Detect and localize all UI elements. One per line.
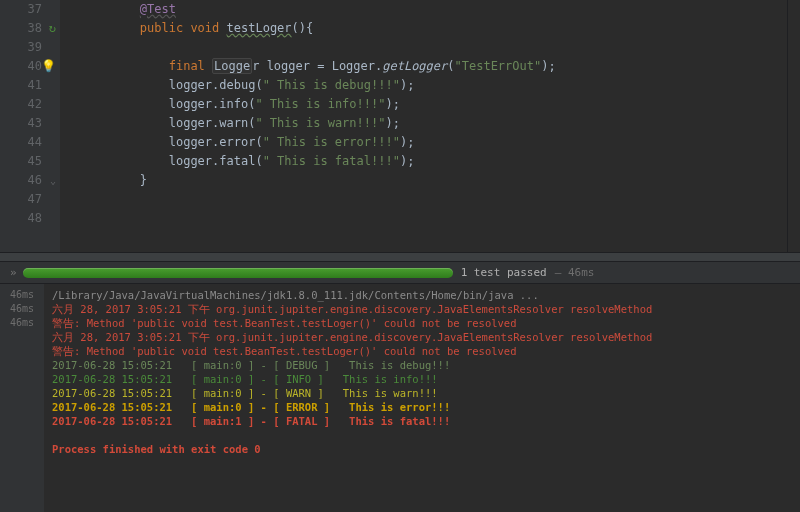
console-line: 六月 28, 2017 3:05:21 下午 org.junit.jupiter… — [52, 302, 792, 316]
line-number: 44 — [0, 133, 42, 152]
editor-scrollbar[interactable] — [787, 0, 800, 252]
expand-icon[interactable]: » — [10, 266, 15, 279]
console-line: 2017-06-28 15:05:21 [ main:1 ] - [ FATAL… — [52, 414, 792, 428]
test-duration: 46ms — [0, 288, 44, 302]
line-number: 43 — [0, 114, 42, 133]
code-area[interactable]: @Test public void testLoger(){ final Log… — [60, 0, 787, 252]
line-number: 39 — [0, 38, 42, 57]
test-progress-bar — [23, 268, 453, 278]
line-number: 41 — [0, 76, 42, 95]
line-number-gutter: 37 38↻ 39 40💡 41 42 43 44 45 46⌄ 47 48 — [0, 0, 60, 252]
console-line: 警告: Method 'public void test.BeanTest.te… — [52, 344, 792, 358]
line-number: 42 — [0, 95, 42, 114]
test-elapsed-label: – 46ms — [555, 266, 595, 279]
line-number: 40💡 — [0, 57, 42, 76]
test-duration: 46ms — [0, 316, 44, 330]
console-line: /Library/Java/JavaVirtualMachines/jdk1.8… — [52, 288, 792, 302]
line-number: 48 — [0, 209, 42, 228]
line-number: 38↻ — [0, 19, 42, 38]
intention-bulb-icon[interactable]: 💡 — [41, 57, 56, 76]
test-passed-label: 1 test passed — [461, 266, 547, 279]
line-number: 37 — [0, 0, 42, 19]
line-number: 46⌄ — [0, 171, 42, 190]
run-tool-window: » 1 test passed – 46ms 46ms 46ms 46ms /L… — [0, 262, 800, 512]
line-number: 47 — [0, 190, 42, 209]
annotation: @Test — [140, 2, 176, 16]
run-test-icon[interactable]: ↻ — [49, 19, 56, 38]
tool-window-divider[interactable] — [0, 252, 800, 262]
console-line: 警告: Method 'public void test.BeanTest.te… — [52, 316, 792, 330]
console-line: 2017-06-28 15:05:21 [ main:0 ] - [ DEBUG… — [52, 358, 792, 372]
code-editor[interactable]: 37 38↻ 39 40💡 41 42 43 44 45 46⌄ 47 48 @… — [0, 0, 800, 252]
console-line: 六月 28, 2017 3:05:21 下午 org.junit.jupiter… — [52, 330, 792, 344]
console-output[interactable]: /Library/Java/JavaVirtualMachines/jdk1.8… — [44, 284, 800, 512]
test-status-bar: » 1 test passed – 46ms — [0, 262, 800, 284]
console-line: 2017-06-28 15:05:21 [ main:0 ] - [ ERROR… — [52, 400, 792, 414]
test-tree-gutter: 46ms 46ms 46ms — [0, 284, 44, 512]
console-exit-line: Process finished with exit code 0 — [52, 442, 792, 456]
console-line: 2017-06-28 15:05:21 [ main:0 ] - [ WARN … — [52, 386, 792, 400]
test-duration: 46ms — [0, 302, 44, 316]
console-line: 2017-06-28 15:05:21 [ main:0 ] - [ INFO … — [52, 372, 792, 386]
fold-end-icon[interactable]: ⌄ — [50, 171, 56, 190]
line-number: 45 — [0, 152, 42, 171]
